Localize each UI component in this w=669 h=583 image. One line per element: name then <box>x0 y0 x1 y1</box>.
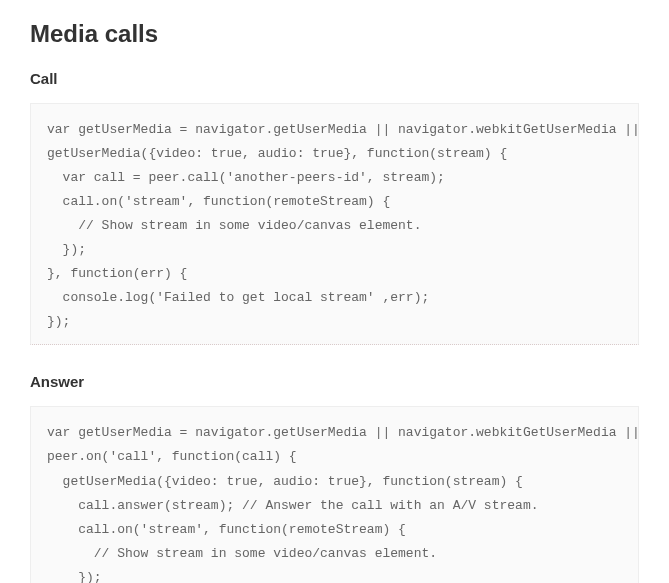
code-content-answer[interactable]: var getUserMedia = navigator.getUserMedi… <box>31 407 638 583</box>
code-block-answer: var getUserMedia = navigator.getUserMedi… <box>30 406 639 583</box>
code-block-call: var getUserMedia = navigator.getUserMedi… <box>30 103 639 345</box>
code-content-call[interactable]: var getUserMedia = navigator.getUserMedi… <box>31 104 638 344</box>
section-title-call: Call <box>30 70 639 87</box>
section-title-answer: Answer <box>30 373 639 390</box>
page-title: Media calls <box>30 20 639 48</box>
